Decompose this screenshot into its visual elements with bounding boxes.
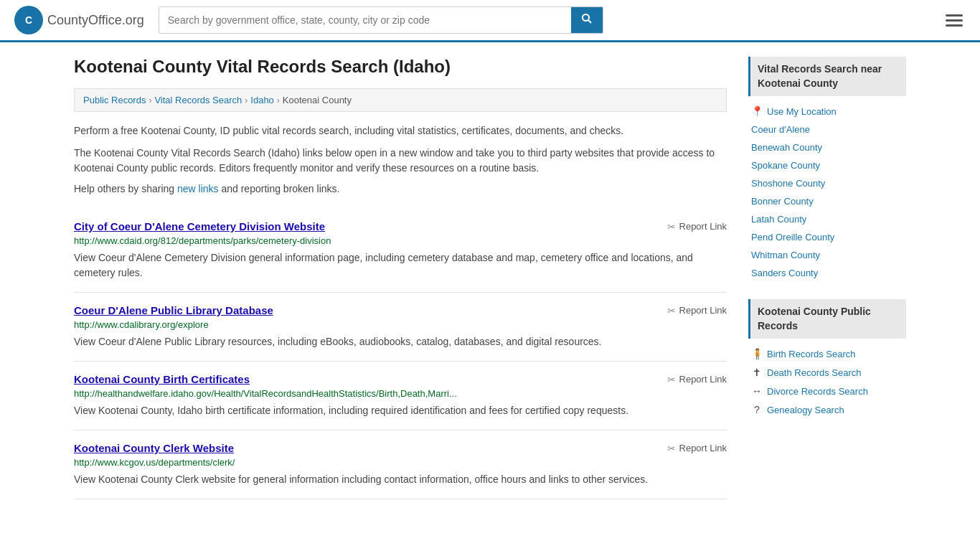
sanders-link[interactable]: Sanders County [751,268,818,278]
breadcrumb-public-records[interactable]: Public Records [83,95,146,105]
question-icon: ? [751,404,763,415]
result-desc: View Coeur d'Alene Public Library resour… [74,334,727,349]
sidebar-item-divorce-records[interactable]: ↔ Divorce Records Search [748,382,906,400]
result-title[interactable]: Coeur D'Alene Public Library Database [74,304,273,316]
report-link-button[interactable]: ✂ Report Link [667,374,727,385]
report-link-button[interactable]: ✂ Report Link [667,221,727,232]
sidebar-item-latah[interactable]: Latah County [748,210,906,228]
svg-line-3 [588,20,591,23]
sidebar-item-genealogy[interactable]: ? Genealogy Search [748,400,906,419]
sidebar-item-sanders[interactable]: Sanders County [748,264,906,282]
sidebar-item-birth-records[interactable]: 🧍 Birth Records Search [748,344,906,363]
birth-records-link[interactable]: Birth Records Search [767,349,856,359]
report-link-button[interactable]: ✂ Report Link [667,443,727,454]
sidebar-item-coeur-dalene[interactable]: Coeur d'Alene [748,121,906,138]
sidebar-item-bonner[interactable]: Bonner County [748,192,906,210]
logo-icon: C [14,6,43,34]
sidebar-item-pend-oreille[interactable]: Pend Oreille County [748,228,906,246]
help-text: Help others by sharing new links and rep… [74,183,727,194]
breadcrumb-current: Kootenai County [283,95,352,105]
result-card: Kootenai County Clerk Website ✂ Report L… [74,430,727,499]
result-title[interactable]: Kootenai County Birth Certificates [74,373,250,385]
search-button[interactable] [571,7,603,33]
sidebar-item-spokane[interactable]: Spokane County [748,156,906,174]
cross-icon: ✝ [751,367,763,378]
intro-text-1: Perform a free Kootenai County, ID publi… [74,123,727,138]
report-icon: ✂ [667,443,676,454]
result-url: http://www.cdaid.org/812/departments/par… [74,235,727,246]
whitman-link[interactable]: Whitman County [751,250,820,260]
spokane-link[interactable]: Spokane County [751,160,820,171]
latah-link[interactable]: Latah County [751,214,806,225]
report-icon: ✂ [667,305,676,316]
sidebar: Vital Records Search near Kootenai Count… [748,57,906,499]
bonner-link[interactable]: Bonner County [751,196,814,207]
svg-text:C: C [25,14,32,26]
public-records-section: Kootenai County Public Records 🧍 Birth R… [748,299,906,419]
result-url: http://healthandwelfare.idaho.gov/Health… [74,388,727,399]
breadcrumb-vital-records[interactable]: Vital Records Search [154,95,242,105]
logo-text: CountyOffice.org [47,13,144,28]
nearby-section: Vital Records Search near Kootenai Count… [748,57,906,282]
sidebar-item-shoshone[interactable]: Shoshone County [748,174,906,192]
pend-oreille-link[interactable]: Pend Oreille County [751,232,834,242]
breadcrumb-idaho[interactable]: Idaho [250,95,274,105]
hamburger-menu-icon[interactable] [943,11,966,29]
sidebar-item-benewah[interactable]: Benewah County [748,138,906,156]
intro-text-2: The Kootenai County Vital Records Search… [74,146,727,176]
sidebar-item-use-my-location[interactable]: 📍 Use My Location [748,102,906,121]
arrows-icon: ↔ [751,385,763,397]
result-desc: View Coeur d'Alene Cemetery Division gen… [74,250,727,281]
result-url: http://www.kcgov.us/departments/clerk/ [74,457,727,468]
result-card: City of Coeur D'Alene Cemetery Division … [74,209,727,293]
main-container: Kootenai County Vital Records Search (Id… [60,42,920,514]
public-records-heading: Kootenai County Public Records [748,299,906,339]
person-icon: 🧍 [751,348,763,359]
death-records-link[interactable]: Death Records Search [767,367,862,378]
result-title[interactable]: City of Coeur D'Alene Cemetery Division … [74,220,325,232]
coeur-dalene-link[interactable]: Coeur d'Alene [751,124,810,135]
sidebar-item-whitman[interactable]: Whitman County [748,246,906,264]
sidebar-item-death-records[interactable]: ✝ Death Records Search [748,363,906,382]
result-card: Coeur D'Alene Public Library Database ✂ … [74,293,727,362]
content-area: Kootenai County Vital Records Search (Id… [74,57,727,499]
header: C CountyOffice.org [0,0,980,42]
divorce-records-link[interactable]: Divorce Records Search [767,386,868,397]
search-input[interactable] [159,7,571,33]
nearby-heading: Vital Records Search near Kootenai Count… [748,57,906,96]
shoshone-link[interactable]: Shoshone County [751,178,825,189]
result-desc: View Kootenai County Clerk website for g… [74,472,727,487]
svg-point-2 [583,14,589,21]
new-links-link[interactable]: new links [177,183,219,194]
genealogy-link[interactable]: Genealogy Search [767,405,844,415]
logo-area[interactable]: C CountyOffice.org [14,6,144,34]
result-title[interactable]: Kootenai County Clerk Website [74,442,234,454]
results-list: City of Coeur D'Alene Cemetery Division … [74,209,727,499]
location-icon: 📍 [751,105,763,117]
result-card: Kootenai County Birth Certificates ✂ Rep… [74,362,727,430]
page-title: Kootenai County Vital Records Search (Id… [74,57,727,77]
report-icon: ✂ [667,221,676,232]
use-my-location-link[interactable]: Use My Location [767,106,837,117]
report-icon: ✂ [667,374,676,385]
search-bar [159,6,603,34]
result-url: http://www.cdalibrary.org/explore [74,319,727,330]
breadcrumb: Public Records › Vital Records Search › … [74,88,727,112]
result-desc: View Kootenai County, Idaho birth certif… [74,403,727,418]
report-link-button[interactable]: ✂ Report Link [667,305,727,316]
benewah-link[interactable]: Benewah County [751,142,822,153]
